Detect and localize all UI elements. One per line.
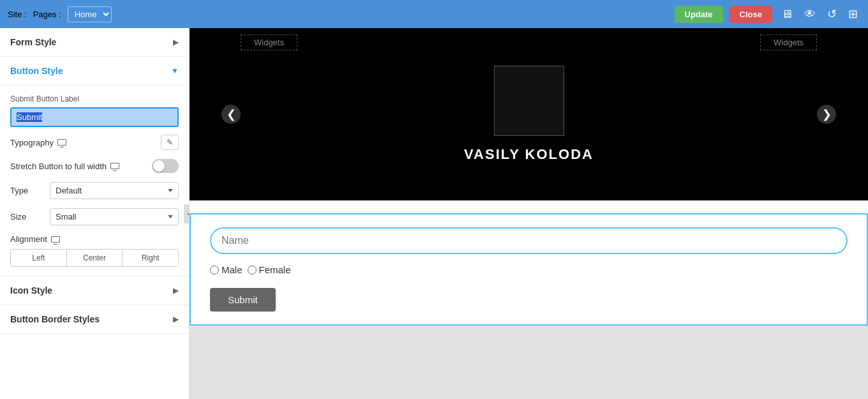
eye-icon[interactable]: 👁: [802, 5, 818, 24]
type-label: Type: [10, 186, 42, 195]
alignment-label: Alignment: [10, 234, 179, 244]
spacer: [190, 200, 868, 213]
submit-label-input[interactable]: [10, 107, 179, 127]
icon-style-section[interactable]: Icon Style ▶: [0, 276, 189, 305]
alignment-row: Alignment Left Center Right: [10, 234, 179, 267]
align-left-button[interactable]: Left: [11, 250, 67, 266]
button-border-styles-title: Button Border Styles: [10, 314, 100, 324]
layout-icon[interactable]: ⊞: [846, 4, 860, 24]
size-select[interactable]: Small Medium Large: [50, 208, 179, 225]
form-style-title: Form Style: [10, 37, 56, 47]
stretch-monitor-icon: [110, 163, 119, 169]
align-center-button[interactable]: Center: [67, 250, 123, 266]
submit-button-label-label: Submit Button Label: [10, 94, 179, 103]
hero-widgets-right: Widgets: [760, 34, 817, 50]
update-button[interactable]: Update: [675, 6, 723, 23]
left-arrow-icon: ❮: [227, 107, 236, 121]
form-style-section[interactable]: Form Style ▶: [0, 28, 189, 57]
radio-male-circle[interactable]: [210, 266, 219, 275]
hero-nav-right[interactable]: ❯: [817, 105, 836, 124]
radio-male-label: Male: [221, 264, 243, 275]
submit-button[interactable]: Submit: [210, 288, 276, 312]
radio-female: Female: [248, 264, 291, 275]
typography-label: Typography: [10, 138, 66, 147]
hero-widgets-left: Widgets: [241, 34, 297, 50]
alignment-buttons: Left Center Right: [10, 249, 179, 267]
button-style-content: Submit Button Label Typography ✎ Stretch…: [0, 86, 189, 276]
icon-style-arrow: ▶: [173, 286, 179, 295]
radio-group: Male Female: [210, 264, 848, 275]
form-section: Male Female Submit: [190, 213, 868, 326]
site-label: Site :: [8, 10, 27, 19]
form-style-arrow: ▶: [173, 38, 179, 47]
radio-male: Male: [210, 264, 243, 275]
alignment-monitor-icon: [51, 236, 60, 243]
button-style-section[interactable]: Button Style ▼: [0, 57, 189, 86]
main-layout: Form Style ▶ Button Style ▼ Submit Butto…: [0, 28, 868, 399]
radio-female-label: Female: [259, 264, 291, 275]
button-style-arrow: ▼: [171, 66, 179, 75]
pages-label: Pages :: [33, 10, 61, 19]
hero-image: [494, 66, 564, 136]
monitor-icon: [57, 139, 66, 146]
size-row: Size Small Medium Large: [10, 208, 179, 225]
typography-edit-button[interactable]: ✎: [161, 135, 179, 150]
button-border-styles-arrow: ▶: [173, 315, 179, 324]
canvas-area: Widgets Widgets ❮ ❯ VASILY KOLODA: [190, 28, 868, 399]
hero-name: VASILY KOLODA: [464, 146, 594, 163]
icon-style-title: Icon Style: [10, 285, 52, 296]
canvas-inner: Widgets Widgets ❮ ❯ VASILY KOLODA: [190, 28, 868, 326]
radio-female-circle[interactable]: [248, 266, 257, 275]
stretch-row: Stretch Button to full width: [10, 159, 179, 173]
pencil-icon: ✎: [167, 138, 173, 147]
button-border-styles-section[interactable]: Button Border Styles ▶: [0, 305, 189, 334]
align-right-button[interactable]: Right: [123, 250, 178, 266]
desktop-icon[interactable]: 🖥: [779, 5, 795, 24]
name-input[interactable]: [210, 227, 848, 254]
type-row: Type Default Primary Secondary: [10, 182, 179, 199]
history-icon[interactable]: ↺: [825, 4, 839, 24]
typography-row: Typography ✎: [10, 135, 179, 150]
hero-section: Widgets Widgets ❮ ❯ VASILY KOLODA: [190, 28, 868, 200]
pages-select[interactable]: Home: [68, 6, 112, 22]
collapse-handle[interactable]: ◀: [184, 204, 190, 223]
left-panel: Form Style ▶ Button Style ▼ Submit Butto…: [0, 28, 190, 399]
hero-nav-left[interactable]: ❮: [221, 105, 241, 124]
right-arrow-icon: ❯: [822, 107, 832, 121]
size-label: Size: [10, 212, 42, 222]
type-select[interactable]: Default Primary Secondary: [50, 182, 179, 199]
stretch-label: Stretch Button to full width: [10, 162, 119, 171]
close-button[interactable]: Close: [730, 6, 772, 23]
top-bar: Site : Pages : Home Update Close 🖥 👁 ↺ ⊞: [0, 0, 868, 28]
button-style-title: Button Style: [10, 66, 63, 76]
stretch-toggle[interactable]: [152, 159, 179, 173]
